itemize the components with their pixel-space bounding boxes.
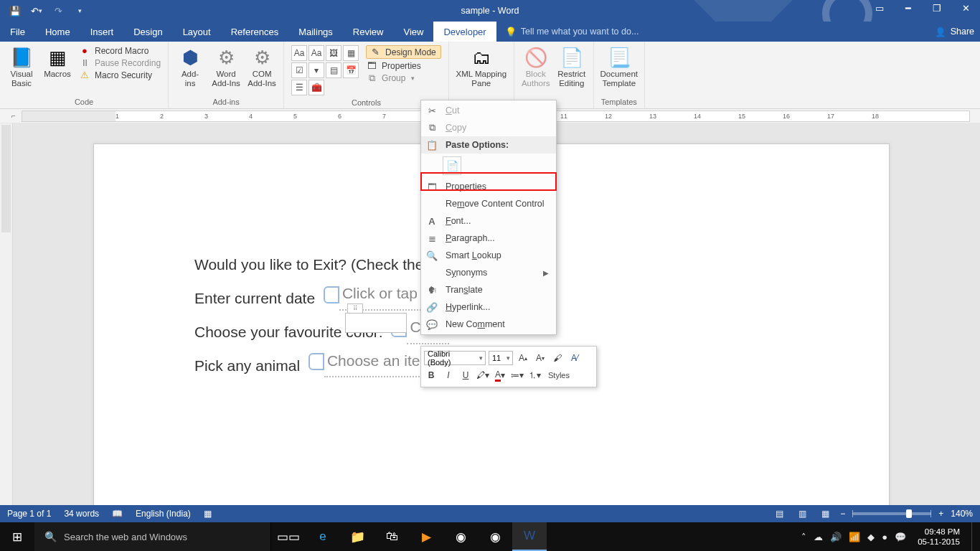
pause-recording-button[interactable]: ⏸Pause Recording — [79, 57, 161, 68]
ctx-new-comment[interactable]: 💬New Comment — [421, 316, 556, 333]
cc-handle-left-icon[interactable] — [308, 353, 324, 370]
tab-developer[interactable]: Developer — [433, 22, 496, 42]
status-page[interactable]: Page 1 of 1 — [7, 509, 51, 519]
tab-file[interactable]: File — [0, 22, 35, 42]
chrome-icon-2[interactable]: ◉ — [478, 522, 512, 551]
tell-me-search[interactable]: 💡 Tell me what you want to do... — [496, 22, 639, 42]
tray-action-center-icon[interactable]: 💬 — [895, 532, 906, 542]
tray-chevron-up-icon[interactable]: ˄ — [801, 532, 806, 542]
combo-box-control-icon[interactable]: ▾ — [308, 62, 324, 78]
ctx-synonyms[interactable]: Synonyms▶ — [421, 264, 556, 281]
group-button[interactable]: ⧉Group▾ — [366, 72, 441, 84]
building-block-control-icon[interactable]: ▦ — [343, 45, 359, 61]
status-macro-icon[interactable]: ▦ — [204, 509, 212, 519]
minimize-icon[interactable]: ━ — [894, 0, 923, 16]
chrome-icon[interactable]: ◉ — [443, 522, 478, 551]
mini-clear-format-icon[interactable]: A⁄ — [567, 351, 582, 365]
view-web-layout-icon[interactable]: ▦ — [817, 507, 833, 520]
tray-volume-icon[interactable]: 🔊 — [830, 532, 842, 542]
mini-bullets-icon[interactable]: ≔▾ — [510, 368, 524, 382]
mini-underline-icon[interactable]: U — [458, 368, 473, 382]
edge-icon[interactable]: e — [306, 522, 340, 551]
ctx-translate[interactable]: 🗣Translate — [421, 281, 556, 298]
doc-line-4[interactable]: Pick any animal Choose an item. — [194, 347, 456, 380]
document-body[interactable]: Would you like to Exit? (Check the Box E… — [194, 250, 456, 380]
ctx-paragraph[interactable]: ≣Paragraph... — [421, 230, 556, 247]
paste-keep-text-icon[interactable]: 📄 — [443, 156, 461, 175]
doc-line-2[interactable]: Enter current date Click or tap to e — [194, 279, 456, 313]
tabstop-selector[interactable]: ⌐ — [11, 112, 19, 120]
word-taskbar-icon[interactable]: W — [512, 522, 547, 551]
document-template-button[interactable]: 📃DocumentTemplate — [598, 44, 640, 88]
tab-review[interactable]: Review — [343, 22, 394, 42]
zoom-slider[interactable] — [852, 512, 931, 515]
tray-app-icon-2[interactable]: ● — [882, 532, 887, 542]
macros-button[interactable]: ▦Macros — [40, 44, 75, 79]
tab-insert[interactable]: Insert — [80, 22, 124, 42]
tray-app-icon[interactable]: ◆ — [867, 532, 875, 542]
redo-icon[interactable]: ↷ — [49, 3, 67, 19]
cc-handle-left-icon[interactable] — [324, 286, 339, 303]
tab-design[interactable]: Design — [123, 22, 172, 42]
tab-references[interactable]: References — [221, 22, 288, 42]
addins-button[interactable]: ⬢Add-ins — [173, 44, 207, 88]
control-properties-button[interactable]: 🗔Properties — [366, 60, 441, 71]
record-macro-button[interactable]: ●Record Macro — [79, 45, 161, 56]
mini-increase-font-icon[interactable]: A▴ — [516, 351, 530, 365]
show-desktop-button[interactable] — [971, 522, 976, 551]
mini-italic-icon[interactable]: I — [441, 368, 456, 382]
doc-line-3[interactable]: Choose your favourite color: Choo — [194, 313, 456, 347]
zoom-level[interactable]: 140% — [951, 509, 973, 519]
ctx-font[interactable]: AFont... — [421, 212, 556, 230]
mini-font-color-icon[interactable]: A▾ — [493, 368, 507, 382]
ctx-smart-lookup[interactable]: 🔍Smart Lookup — [421, 247, 556, 264]
mini-highlight-icon[interactable]: 🖍▾ — [476, 368, 490, 382]
block-authors-button[interactable]: 🚫BlockAuthors — [519, 44, 553, 88]
zoom-out-icon[interactable]: − — [840, 509, 845, 519]
tab-home[interactable]: Home — [35, 22, 80, 42]
macro-security-button[interactable]: ⚠Macro Security — [79, 70, 161, 80]
start-button[interactable]: ⊞ — [0, 522, 34, 551]
tray-network-icon[interactable]: 📶 — [849, 532, 860, 542]
store-icon[interactable]: 🛍 — [374, 522, 409, 551]
undo-icon[interactable]: ↶▾ — [27, 3, 46, 19]
vertical-ruler[interactable] — [0, 123, 13, 517]
ctx-hyperlink[interactable]: 🔗Hyperlink... — [421, 298, 556, 316]
rich-text-control-icon[interactable]: Aa — [291, 45, 307, 61]
repeating-section-control-icon[interactable]: ☰ — [291, 80, 307, 95]
dropdown-control-icon[interactable]: ▤ — [326, 62, 341, 78]
tab-mailings[interactable]: Mailings — [288, 22, 343, 42]
xml-mapping-pane-button[interactable]: 🗂XML MappingPane — [453, 44, 509, 88]
mini-bold-icon[interactable]: B — [424, 368, 438, 382]
zoom-in-icon[interactable]: + — [938, 509, 943, 519]
controls-gallery[interactable]: Aa Aa 🖼 ▦ ☑ ▾ ▤ 📅 ☰ 🧰 — [288, 44, 362, 97]
visual-basic-button[interactable]: 📘VisualBasic — [4, 44, 39, 88]
maximize-icon[interactable]: ❐ — [923, 0, 951, 16]
share-button[interactable]: 👤 Share — [935, 22, 974, 42]
status-proofing-icon[interactable]: 📖 — [112, 509, 123, 519]
legacy-tools-icon[interactable]: 🧰 — [308, 80, 324, 95]
com-addins-button[interactable]: ⚙COMAdd-Ins — [245, 44, 279, 88]
qat-customize-icon[interactable]: ▾ — [70, 3, 89, 19]
date-picker-control-icon[interactable]: 📅 — [343, 62, 359, 78]
mini-font-selector[interactable]: Calibri (Body) — [424, 351, 486, 365]
design-mode-button[interactable]: ✎Design Mode — [366, 45, 441, 59]
task-view-icon[interactable]: ▭▭ — [271, 522, 306, 551]
file-explorer-icon[interactable]: 📁 — [340, 522, 374, 551]
ctx-properties[interactable]: 🗔Properties — [421, 178, 556, 195]
mini-format-painter-icon[interactable]: 🖌 — [550, 351, 565, 365]
word-addins-button[interactable]: ⚙WordAdd-Ins — [209, 44, 243, 88]
tab-view[interactable]: View — [393, 22, 433, 42]
picture-control-icon[interactable]: 🖼 — [326, 45, 341, 61]
tab-layout[interactable]: Layout — [173, 22, 221, 42]
mini-decrease-font-icon[interactable]: A▾ — [533, 351, 547, 365]
doc-line-1[interactable]: Would you like to Exit? (Check the Box — [194, 250, 456, 279]
taskbar-search[interactable]: 🔍 Search the web and Windows — [34, 522, 271, 551]
plain-text-control-icon[interactable]: Aa — [308, 45, 324, 61]
selection-box[interactable] — [345, 313, 407, 333]
mini-size-selector[interactable]: 11 — [489, 351, 513, 365]
status-language[interactable]: English (India) — [136, 509, 191, 519]
restrict-editing-button[interactable]: 📄RestrictEditing — [555, 44, 589, 88]
ribbon-display-options-icon[interactable]: ▭ — [865, 0, 894, 16]
view-read-mode-icon[interactable]: ▤ — [771, 507, 787, 520]
